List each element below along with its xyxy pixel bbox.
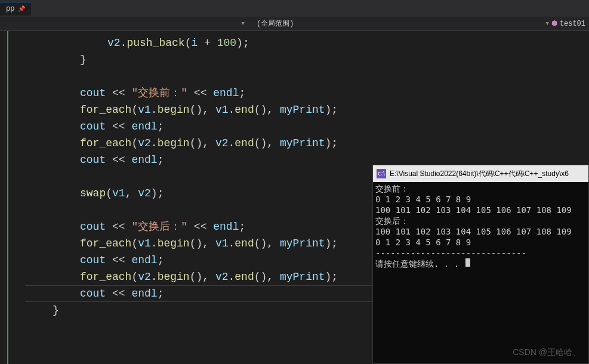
- file-tab[interactable]: pp 📌: [0, 2, 31, 16]
- tab-bar: pp 📌: [0, 0, 589, 17]
- code-line[interactable]: for_each(v1.begin(), v1.end(), myPrint);: [25, 101, 589, 118]
- context-bar: ▼ (全局范围) ▼ ⬢ test01: [0, 17, 589, 31]
- console-output[interactable]: 交换前：0 1 2 3 4 5 6 7 8 9100 101 102 103 1…: [373, 182, 588, 363]
- cube-icon: ⬢: [551, 19, 557, 28]
- terminal-icon: C:\: [377, 169, 386, 178]
- console-line: 交换后：: [375, 215, 586, 226]
- code-line[interactable]: cout << "交换前：" << endl;: [25, 85, 589, 101]
- console-line: 100 101 102 103 104 105 106 107 108 109: [375, 205, 586, 215]
- watermark: CSDN @王哈哈、: [513, 347, 581, 358]
- console-title-text: E:\Visual Studio2022(64bit)\代码\C++代码\C++…: [390, 169, 569, 179]
- code-line[interactable]: cout << endl;: [25, 118, 589, 135]
- console-line: 100 101 102 103 104 105 106 107 108 109: [375, 226, 586, 237]
- fold-gutter[interactable]: [8, 31, 19, 364]
- change-gutter: [0, 31, 8, 364]
- console-line: 0 1 2 3 4 5 6 7 8 9: [375, 194, 586, 205]
- console-line: 交换前：: [375, 183, 586, 194]
- console-line: 请按任意键继续. . .: [375, 258, 586, 269]
- console-titlebar[interactable]: C:\ E:\Visual Studio2022(64bit)\代码\C++代码…: [373, 165, 588, 182]
- scope-dropdown-center[interactable]: (全局范围): [245, 18, 545, 29]
- cursor-icon: [465, 258, 470, 267]
- console-line: 0 1 2 3 4 5 6 7 8 9: [375, 237, 586, 248]
- console-window: C:\ E:\Visual Studio2022(64bit)\代码\C++代码…: [372, 165, 589, 364]
- scope-label: (全局范围): [257, 20, 294, 28]
- console-line: ------------------------------: [375, 248, 586, 258]
- code-line[interactable]: }: [25, 51, 589, 68]
- project-label: test01: [560, 20, 585, 28]
- project-dropdown[interactable]: ▼ ⬢ test01: [545, 19, 589, 28]
- tab-label: pp: [6, 5, 14, 13]
- chevron-down-icon: ▼: [545, 21, 548, 27]
- scope-dropdown-left[interactable]: ▼: [0, 21, 245, 27]
- code-line[interactable]: v2.push_back(i + 100);: [25, 35, 589, 51]
- code-line[interactable]: [25, 68, 589, 85]
- pin-icon[interactable]: 📌: [18, 5, 25, 13]
- code-line[interactable]: for_each(v2.begin(), v2.end(), myPrint);: [25, 135, 589, 152]
